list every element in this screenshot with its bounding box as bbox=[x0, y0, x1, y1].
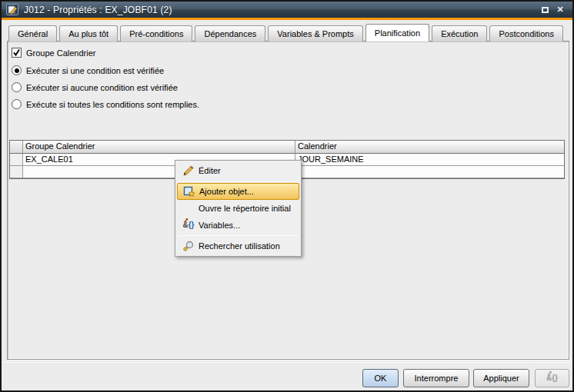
menu-item-label: Variables... bbox=[199, 221, 240, 230]
ok-button[interactable]: OK bbox=[362, 369, 399, 387]
pencil-icon bbox=[179, 164, 199, 177]
tab-execution[interactable]: Exécution bbox=[432, 25, 487, 42]
interrompre-button[interactable]: Interrompre bbox=[403, 369, 469, 387]
radio-all-conditions-label: Exécute si toutes les conditions sont re… bbox=[26, 100, 199, 109]
menu-item-variables[interactable]: ➚&{} Variables... bbox=[177, 217, 299, 234]
tab-dependances[interactable]: Dépendances bbox=[195, 25, 265, 42]
menu-item-label: Ouvre le répertoire initial bbox=[199, 204, 291, 213]
header-selector-cell bbox=[10, 141, 23, 154]
column-header-calendrier[interactable]: Calendrier bbox=[295, 141, 564, 154]
title-bar: J012 - Propriétés : EX_JOBF01 (2) ✕ bbox=[2, 2, 572, 18]
cell-calendrier[interactable]: JOUR_SEMAINE bbox=[295, 154, 564, 166]
variables-icon: ➚&{} bbox=[179, 221, 199, 229]
cell-calendrier[interactable] bbox=[295, 166, 564, 178]
radio-all-conditions[interactable] bbox=[12, 99, 22, 109]
group-calendar-row: Groupe Calendrier bbox=[12, 48, 96, 58]
variables-icon: ➚&{} bbox=[546, 374, 558, 382]
menu-item-editer[interactable]: Éditer bbox=[177, 162, 299, 179]
radio-row-no-condition: Exécuter si aucune condition est vérifié… bbox=[12, 82, 178, 92]
tab-planification[interactable]: Planification bbox=[365, 24, 429, 42]
add-object-icon bbox=[179, 185, 199, 198]
variables-footer-button[interactable]: ➚&{} bbox=[535, 369, 569, 387]
menu-item-ouvre-repertoire[interactable]: Ouvre le répertoire initial bbox=[177, 200, 299, 217]
radio-row-all-conditions: Exécute si toutes les conditions sont re… bbox=[12, 99, 199, 109]
context-menu: Éditer Ajouter objet... Ouvre le réperto… bbox=[175, 160, 302, 257]
menu-separator bbox=[178, 181, 299, 181]
row-selector-cell[interactable] bbox=[10, 154, 23, 166]
group-calendar-checkbox[interactable] bbox=[12, 48, 22, 58]
radio-one-condition[interactable] bbox=[12, 65, 22, 75]
tab-au-plus-tot[interactable]: Au plus tôt bbox=[59, 25, 118, 42]
radio-no-condition[interactable] bbox=[12, 82, 22, 92]
menu-item-label: Rechercher utilisation bbox=[199, 241, 280, 251]
column-header-groupe-calendrier[interactable]: Groupe Calendrier bbox=[23, 141, 295, 154]
checkmark-icon bbox=[12, 48, 21, 57]
radio-no-condition-label: Exécuter si aucune condition est vérifié… bbox=[26, 83, 178, 92]
menu-separator bbox=[178, 235, 299, 236]
tab-variables-prompts[interactable]: Variables & Prompts bbox=[268, 25, 362, 42]
maximize-icon bbox=[542, 7, 549, 13]
menu-item-label: Éditer bbox=[199, 166, 221, 175]
tab-bar: Général Au plus tôt Pré-conditions Dépen… bbox=[8, 24, 566, 42]
search-usage-icon bbox=[179, 240, 199, 252]
footer-separator bbox=[2, 362, 572, 363]
menu-item-ajouter-objet[interactable]: Ajouter objet... bbox=[177, 183, 299, 200]
tab-pre-conditions[interactable]: Pré-conditions bbox=[120, 25, 192, 42]
radio-one-condition-label: Exécuter si une condition est vérifiée bbox=[26, 66, 164, 75]
appliquer-button[interactable]: Appliquer bbox=[473, 369, 529, 387]
window-title: J012 - Propriétés : EX_JOBF01 (2) bbox=[24, 5, 172, 15]
group-calendar-label: Groupe Calendrier bbox=[26, 48, 96, 58]
tab-general[interactable]: Général bbox=[8, 25, 57, 42]
row-selector-cell[interactable] bbox=[10, 166, 23, 178]
properties-dialog: J012 - Propriétés : EX_JOBF01 (2) ✕ Géné… bbox=[0, 0, 574, 392]
menu-item-rechercher-utilisation[interactable]: Rechercher utilisation bbox=[177, 238, 299, 254]
close-button[interactable]: ✕ bbox=[552, 4, 568, 16]
accent-line bbox=[2, 18, 572, 20]
maximize-button[interactable] bbox=[537, 4, 552, 16]
tab-postconditions[interactable]: Postconditions bbox=[489, 25, 563, 42]
menu-item-label: Ajouter objet... bbox=[199, 187, 254, 196]
calendar-table-header: Groupe Calendrier Calendrier bbox=[10, 141, 564, 154]
job-object-icon bbox=[6, 4, 18, 15]
radio-row-one-condition: Exécuter si une condition est vérifiée bbox=[12, 65, 164, 75]
